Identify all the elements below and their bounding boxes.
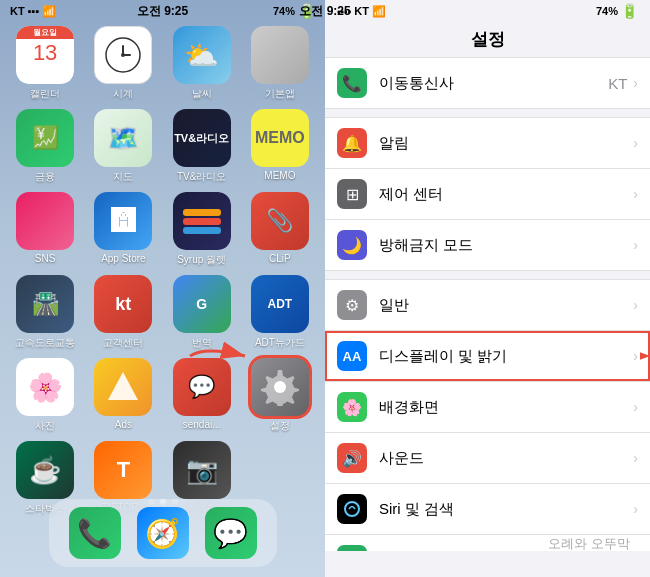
- app-appstore-label: App Store: [101, 253, 145, 264]
- row-wallpaper[interactable]: 🌸 배경화면 ›: [325, 382, 650, 433]
- siri-label: Siri 및 검색: [379, 500, 633, 519]
- app-clock[interactable]: 시계: [88, 26, 158, 101]
- app-photos-label: 사진: [35, 419, 55, 433]
- row-general[interactable]: ⚙ 일반 ›: [325, 279, 650, 331]
- alerts-icon: 🔔: [337, 128, 367, 158]
- alerts-label: 알림: [379, 134, 633, 153]
- left-panel: KT ▪▪▪ 📶 오전 9:25 74% 🔋 월요일 13 캘린더: [0, 0, 325, 577]
- app-tv-label: TV&라디오: [177, 170, 226, 184]
- app-calendar[interactable]: 월요일 13 캘린더: [10, 26, 80, 101]
- svg-marker-4: [108, 372, 138, 400]
- app-wallet-label: Syrup 월렛: [177, 253, 226, 267]
- app-sns-label: SNS: [35, 253, 56, 264]
- app-maps-label: 지도: [113, 170, 133, 184]
- app-kt-label: 고객센터: [103, 336, 143, 350]
- app-appstore[interactable]: 🅰 App Store: [88, 192, 158, 267]
- display-icon: AA: [337, 341, 367, 371]
- row-sound[interactable]: 🔊 사운드 ›: [325, 433, 650, 484]
- display-label: 디스플레이 및 밝기: [379, 347, 633, 366]
- carrier-chevron: ›: [633, 75, 638, 91]
- app-basic[interactable]: 기본앱: [245, 26, 315, 101]
- left-status-left: KT ▪▪▪ 📶: [10, 5, 56, 18]
- row-carrier[interactable]: 📞 이동통신사 KT ›: [325, 57, 650, 109]
- display-arrow: [640, 346, 650, 366]
- left-carrier: KT: [10, 5, 25, 17]
- watermark: 오례와 오뚜막: [315, 531, 640, 557]
- section-alerts: 🔔 알림 › ⊞ 제어 센터 › 🌙 방해금지 모드 ›: [325, 117, 650, 271]
- app-ads-label: Ads: [115, 419, 132, 430]
- app-memo-label: MEMO: [264, 170, 295, 181]
- carrier-icon: 📞: [337, 68, 367, 98]
- app-kt[interactable]: kt 고객센터: [88, 275, 158, 350]
- control-chevron: ›: [633, 186, 638, 202]
- row-siri[interactable]: Siri 및 검색 ›: [325, 484, 650, 535]
- app-finance[interactable]: 💹 금융: [10, 109, 80, 184]
- dock-safari[interactable]: 🧭: [137, 507, 189, 559]
- calendar-weekday: 월요일: [16, 26, 74, 39]
- display-chevron: ›: [633, 348, 638, 364]
- dock: 📞 🧭 💬: [49, 499, 277, 567]
- right-panel: ▪▪▪▪ KT 📶 오전 9:25 74% 🔋 설정 📞 이동통신사 KT › …: [325, 0, 650, 577]
- left-status-bar: KT ▪▪▪ 📶 오전 9:25 74% 🔋: [0, 0, 325, 20]
- app-memo[interactable]: MEMO MEMO: [245, 109, 315, 184]
- app-sendai-label: sendai...: [183, 419, 221, 430]
- wallpaper-icon: 🌸: [337, 392, 367, 422]
- wallpaper-chevron: ›: [633, 399, 638, 415]
- app-photos[interactable]: 🌸 사진: [10, 358, 80, 433]
- row-control[interactable]: ⊞ 제어 센터 ›: [325, 169, 650, 220]
- row-display[interactable]: AA 디스플레이 및 밝기 ›: [325, 331, 650, 382]
- app-sns[interactable]: SNS: [10, 192, 80, 267]
- siri-chevron: ›: [633, 501, 638, 517]
- right-status-right: 74% 🔋: [596, 3, 638, 19]
- app-highway[interactable]: 🛣️ 고속도로교통: [10, 275, 80, 350]
- general-icon: ⚙: [337, 290, 367, 320]
- dock-phone[interactable]: 📞: [69, 507, 121, 559]
- control-icon: ⊞: [337, 179, 367, 209]
- svg-point-3: [121, 53, 125, 57]
- siri-icon: [337, 494, 367, 524]
- app-adt-label: ADT뉴가드: [255, 336, 305, 350]
- right-time: 오전 9:25: [299, 3, 350, 20]
- control-label: 제어 센터: [379, 185, 633, 204]
- app-wallet[interactable]: Syrup 월렛: [167, 192, 237, 267]
- app-finance-label: 금융: [35, 170, 55, 184]
- sound-label: 사운드: [379, 449, 633, 468]
- settings-arrow: [185, 341, 255, 371]
- app-calendar-label: 캘린더: [30, 87, 60, 101]
- wallpaper-label: 배경화면: [379, 398, 633, 417]
- app-highway-label: 고속도로교통: [15, 336, 75, 350]
- app-tv[interactable]: TV&라디오 TV&라디오: [167, 109, 237, 184]
- sound-icon: 🔊: [337, 443, 367, 473]
- dnd-icon: 🌙: [337, 230, 367, 260]
- dock-messages[interactable]: 💬: [205, 507, 257, 559]
- app-grid: 월요일 13 캘린더 시계 ⛅ 날씨: [0, 20, 325, 522]
- app-weather[interactable]: ⛅ 날씨: [167, 26, 237, 101]
- row-dnd[interactable]: 🌙 방해금지 모드 ›: [325, 220, 650, 271]
- left-time: 오전 9:25: [137, 3, 188, 20]
- app-maps[interactable]: 🗺️ 지도: [88, 109, 158, 184]
- left-battery-pct: 74%: [273, 5, 295, 17]
- app-settings[interactable]: 설정: [245, 358, 315, 433]
- general-label: 일반: [379, 296, 633, 315]
- left-wifi-icon: 📶: [42, 5, 56, 18]
- app-adt[interactable]: ADT ADT뉴가드: [245, 275, 315, 350]
- app-settings-label: 설정: [270, 419, 290, 433]
- app-ads[interactable]: Ads: [88, 358, 158, 433]
- settings-title: 설정: [325, 20, 650, 57]
- row-alerts[interactable]: 🔔 알림 ›: [325, 117, 650, 169]
- app-clip-label: CLiP: [269, 253, 291, 264]
- app-translate[interactable]: G 번역: [167, 275, 237, 350]
- section-display: ⚙ 일반 › AA 디스플레이 및 밝기 ›: [325, 279, 650, 551]
- svg-point-9: [345, 502, 359, 516]
- app-clock-label: 시계: [113, 87, 133, 101]
- app-weather-label: 날씨: [192, 87, 212, 101]
- app-clip[interactable]: 📎 CLiP: [245, 192, 315, 267]
- calendar-date: 13: [33, 39, 57, 68]
- left-signal-icon: ▪▪▪: [28, 5, 40, 17]
- carrier-label: 이동통신사: [379, 74, 608, 93]
- general-chevron: ›: [633, 297, 638, 313]
- alerts-chevron: ›: [633, 135, 638, 151]
- sound-chevron: ›: [633, 450, 638, 466]
- right-wifi-icon: 📶: [372, 5, 386, 18]
- dnd-label: 방해금지 모드: [379, 236, 633, 255]
